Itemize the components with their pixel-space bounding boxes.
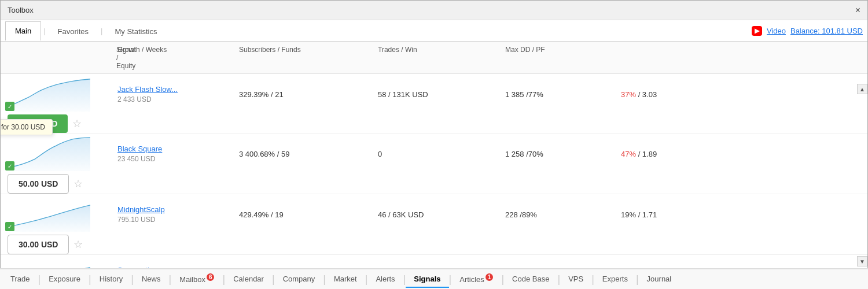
signal-active-jack-flash[interactable]: ✓ [5, 102, 14, 111]
signal-name-black-square[interactable]: Black Square [117, 144, 225, 153]
signal-active-midnight-scalp[interactable]: ✓ [5, 222, 14, 231]
signal-subscribers-black-square: 0 [371, 150, 498, 158]
signal-trades-jack-flash: 1 385 /77% [498, 90, 614, 99]
bottom-tab-code-base[interactable]: Code Base [504, 271, 557, 288]
bottom-tab-calendar[interactable]: Calendar [225, 271, 272, 288]
title-bar: Toolbox × [1, 1, 867, 20]
bottom-tab-vps[interactable]: VPS [560, 271, 591, 288]
favorite-star-black-square[interactable]: ☆ [73, 177, 83, 190]
header-growth-weeks: Growth / Weeks [111, 46, 232, 70]
signal-subscribers-midnight-scalp: 46 / 63K USD [371, 210, 498, 219]
main-content: Signal / Equity Growth / Weeks Subscribe… [1, 42, 867, 282]
header-trades-win: Trades / Win [371, 46, 498, 70]
signal-maxdd-midnight-scalp: 19% / 1.71 [614, 210, 867, 219]
favorite-star-midnight-scalp[interactable]: ☆ [73, 238, 83, 251]
bottom-tab-exposure[interactable]: Exposure [41, 271, 89, 288]
bottom-tab-articles[interactable]: Articles1 [451, 270, 501, 288]
header-subscribers-funds: Subscribers / Funds [232, 46, 371, 70]
signal-growth-midnight-scalp: 429.49% / 19 [232, 210, 371, 219]
signal-equity-midnight-scalp: 795.10 USD [117, 216, 225, 224]
top-tab-bar: Main | Favorites | My Statistics ▶ Video… [1, 20, 867, 42]
bottom-tab-news[interactable]: News [134, 271, 169, 288]
signal-active-black-square[interactable]: ✓ [5, 161, 14, 171]
signal-chart-midnight-scalp: ✓ [1, 194, 99, 235]
signal-equity-jack-flash: 2 433 USD [117, 95, 225, 103]
favorite-star-jack-flash[interactable]: ☆ [72, 117, 82, 130]
close-button[interactable]: × [855, 6, 860, 15]
signal-name-jack-flash[interactable]: Jack Flash Slow... [117, 85, 225, 94]
signal-info-midnight-scalp: MidnightScalp 795.10 USD [111, 205, 232, 224]
table-header: Signal / Equity Growth / Weeks Subscribe… [1, 42, 867, 74]
top-right-area: ▶ Video Balance: 101.81 USD [752, 26, 863, 36]
bottom-tab-signals[interactable]: Signals [406, 271, 448, 288]
bottom-tab-bar: Trade|Exposure|History|News|Mailbox6|Cal… [0, 268, 868, 289]
signal-action-black-square: 50.00 USD ☆ [1, 174, 111, 194]
scroll-down-arrow[interactable]: ▼ [857, 256, 867, 266]
signal-growth-black-square: 3 400.68% / 59 [232, 150, 371, 158]
header-signal-equity: Signal / Equity [1, 46, 123, 70]
tab-separator-2: | [101, 27, 102, 35]
signal-row-midnight-scalp: ✓ MidnightScalp 795.10 USD 429.49% / 19 … [1, 194, 867, 255]
signal-equity-black-square: 23 450 USD [117, 155, 225, 163]
signal-chart-black-square: ✓ [1, 134, 99, 174]
signal-price-btn-midnight-scalp[interactable]: 30.00 USD [8, 235, 69, 254]
balance-link[interactable]: Balance: 101.81 USD [790, 27, 863, 35]
signal-row-jack-flash: ✓ Jack Flash Slow... 2 433 USD 329.39% /… [1, 74, 867, 134]
video-link[interactable]: Video [767, 27, 786, 35]
tab-separator-1: | [43, 27, 45, 35]
signal-price-btn-black-square[interactable]: 50.00 USD [8, 174, 69, 194]
signal-action-midnight-scalp: 30.00 USD ☆ [1, 235, 111, 254]
signal-info-jack-flash: Jack Flash Slow... 2 433 USD [111, 85, 232, 103]
bottom-tab-journal[interactable]: Journal [639, 271, 680, 288]
tab-main[interactable]: Main [5, 21, 41, 41]
bottom-tab-market[interactable]: Market [326, 271, 365, 288]
header-action [614, 46, 867, 70]
bottom-tab-mailbox[interactable]: Mailbox6 [171, 270, 222, 288]
signal-trades-black-square: 1 258 /70% [498, 150, 614, 158]
badge-mailbox: 6 [207, 273, 215, 281]
signals-list: ✓ Jack Flash Slow... 2 433 USD 329.39% /… [1, 74, 867, 282]
bottom-tab-alerts[interactable]: Alerts [367, 271, 403, 288]
signal-chart-jack-flash: ✓ [1, 74, 99, 114]
scrollbar: ▲ ▼ [857, 84, 867, 266]
tab-my-statistics[interactable]: My Statistics [105, 22, 167, 40]
signal-action-jack-flash: Subscribe for 30.00 USD 30.00 USD ☆ [1, 114, 111, 133]
tab-favorites[interactable]: Favorites [48, 22, 98, 40]
signal-growth-jack-flash: 329.39% / 21 [232, 90, 371, 99]
youtube-icon: ▶ [752, 26, 762, 36]
signal-maxdd-jack-flash: 37% / 3.03 [614, 90, 867, 99]
signal-maxdd-black-square: 47% / 1.89 [614, 150, 867, 158]
signal-name-midnight-scalp[interactable]: MidnightScalp [117, 205, 225, 214]
badge-articles: 1 [486, 273, 494, 281]
signal-info-black-square: Black Square 23 450 USD [111, 144, 232, 163]
header-maxdd-pf: Max DD / PF [498, 46, 614, 70]
scroll-up-arrow[interactable]: ▲ [857, 84, 867, 94]
bottom-tab-history[interactable]: History [91, 271, 131, 288]
signal-row-black-square: ✓ Black Square 23 450 USD 3 400.68% / 59… [1, 134, 867, 194]
subscribe-tooltip: Subscribe for 30.00 USD [1, 119, 53, 135]
signal-trades-midnight-scalp: 228 /89% [498, 210, 614, 219]
bottom-tab-company[interactable]: Company [275, 271, 323, 288]
bottom-tab-trade[interactable]: Trade [2, 271, 38, 288]
bottom-tab-experts[interactable]: Experts [594, 271, 636, 288]
signal-subscribers-jack-flash: 58 / 131K USD [371, 90, 498, 99]
app-title: Toolbox [8, 6, 34, 14]
